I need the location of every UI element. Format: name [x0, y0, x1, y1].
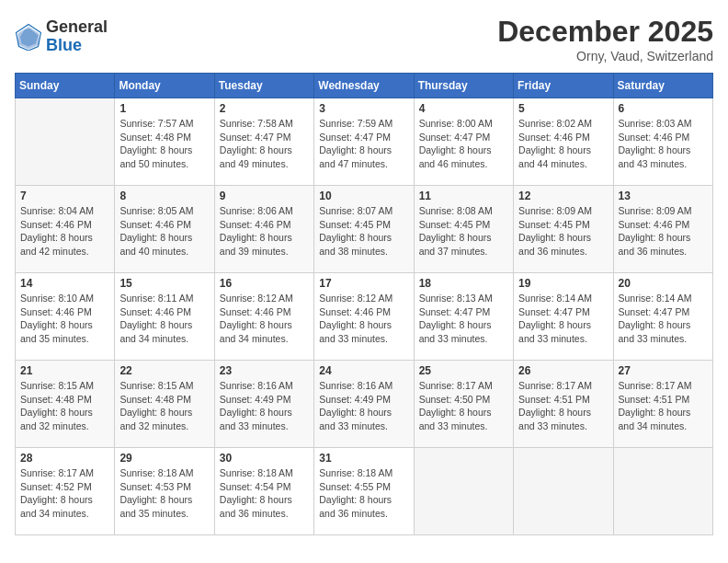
calendar-cell: 30Sunrise: 8:18 AMSunset: 4:54 PMDayligh…: [214, 448, 313, 535]
calendar-cell: [16, 98, 115, 186]
day-number: 21: [20, 364, 109, 377]
calendar-cell: 27Sunrise: 8:17 AMSunset: 4:51 PMDayligh…: [613, 361, 712, 448]
title-area: December 2025 Orny, Vaud, Switzerland: [497, 15, 713, 63]
calendar-week-4: 21Sunrise: 8:15 AMSunset: 4:48 PMDayligh…: [16, 361, 713, 448]
day-info: Sunrise: 8:18 AMSunset: 4:53 PMDaylight:…: [119, 466, 209, 521]
calendar-cell: 3Sunrise: 7:59 AMSunset: 4:47 PMDaylight…: [314, 98, 414, 186]
weekday-header-saturday: Saturday: [613, 74, 712, 98]
month-title: December 2025: [497, 15, 713, 49]
day-info: Sunrise: 8:06 AMSunset: 4:46 PMDaylight:…: [220, 204, 309, 259]
day-info: Sunrise: 8:18 AMSunset: 4:54 PMDaylight:…: [220, 466, 309, 521]
day-info: Sunrise: 8:07 AMSunset: 4:45 PMDaylight:…: [319, 204, 408, 259]
calendar-cell: 11Sunrise: 8:08 AMSunset: 4:45 PMDayligh…: [414, 186, 513, 273]
day-info: Sunrise: 8:11 AMSunset: 4:46 PMDaylight:…: [119, 292, 209, 346]
calendar-cell: 26Sunrise: 8:17 AMSunset: 4:51 PMDayligh…: [514, 361, 613, 448]
calendar-cell: 25Sunrise: 8:17 AMSunset: 4:50 PMDayligh…: [414, 361, 513, 448]
calendar-cell: 14Sunrise: 8:10 AMSunset: 4:46 PMDayligh…: [16, 273, 115, 361]
logo-blue: Blue: [46, 37, 108, 55]
day-info: Sunrise: 8:05 AMSunset: 4:46 PMDaylight:…: [119, 204, 209, 259]
day-info: Sunrise: 7:58 AMSunset: 4:47 PMDaylight:…: [220, 117, 309, 171]
day-info: Sunrise: 8:09 AMSunset: 4:45 PMDaylight:…: [518, 204, 608, 259]
day-info: Sunrise: 8:13 AMSunset: 4:47 PMDaylight:…: [419, 292, 508, 346]
day-info: Sunrise: 8:02 AMSunset: 4:46 PMDaylight:…: [518, 117, 608, 171]
calendar-cell: 8Sunrise: 8:05 AMSunset: 4:46 PMDaylight…: [115, 186, 214, 273]
calendar-cell: 20Sunrise: 8:14 AMSunset: 4:47 PMDayligh…: [613, 273, 712, 361]
day-number: 4: [419, 102, 508, 115]
day-number: 11: [419, 190, 508, 202]
weekday-header-monday: Monday: [115, 74, 214, 98]
calendar-cell: 16Sunrise: 8:12 AMSunset: 4:46 PMDayligh…: [214, 273, 313, 361]
day-info: Sunrise: 8:16 AMSunset: 4:49 PMDaylight:…: [220, 379, 309, 433]
calendar-cell: 6Sunrise: 8:03 AMSunset: 4:46 PMDaylight…: [613, 98, 712, 186]
weekday-header-tuesday: Tuesday: [214, 74, 313, 98]
logo-icon: [15, 23, 42, 51]
calendar-week-5: 28Sunrise: 8:17 AMSunset: 4:52 PMDayligh…: [16, 448, 713, 535]
day-number: 26: [518, 364, 608, 377]
calendar-cell: 31Sunrise: 8:18 AMSunset: 4:55 PMDayligh…: [314, 448, 414, 535]
day-info: Sunrise: 8:00 AMSunset: 4:47 PMDaylight:…: [419, 117, 508, 171]
calendar-cell: 13Sunrise: 8:09 AMSunset: 4:46 PMDayligh…: [613, 186, 712, 273]
calendar-cell: 24Sunrise: 8:16 AMSunset: 4:49 PMDayligh…: [314, 361, 414, 448]
day-info: Sunrise: 7:59 AMSunset: 4:47 PMDaylight:…: [319, 117, 408, 171]
day-info: Sunrise: 8:15 AMSunset: 4:48 PMDaylight:…: [119, 379, 209, 433]
day-info: Sunrise: 8:15 AMSunset: 4:48 PMDaylight:…: [20, 379, 109, 433]
calendar-week-3: 14Sunrise: 8:10 AMSunset: 4:46 PMDayligh…: [16, 273, 713, 361]
day-info: Sunrise: 8:17 AMSunset: 4:51 PMDaylight:…: [518, 379, 608, 433]
day-number: 30: [220, 452, 309, 465]
page-header: General Blue December 2025 Orny, Vaud, S…: [15, 15, 713, 63]
day-info: Sunrise: 8:17 AMSunset: 4:51 PMDaylight:…: [619, 379, 708, 433]
calendar-week-2: 7Sunrise: 8:04 AMSunset: 4:46 PMDaylight…: [16, 186, 713, 273]
calendar-cell: 23Sunrise: 8:16 AMSunset: 4:49 PMDayligh…: [214, 361, 313, 448]
calendar-cell: 15Sunrise: 8:11 AMSunset: 4:46 PMDayligh…: [115, 273, 214, 361]
day-info: Sunrise: 8:17 AMSunset: 4:50 PMDaylight:…: [419, 379, 508, 433]
day-number: 8: [119, 190, 209, 202]
day-number: 29: [119, 452, 209, 465]
day-info: Sunrise: 8:08 AMSunset: 4:45 PMDaylight:…: [419, 204, 508, 259]
calendar-cell: 10Sunrise: 8:07 AMSunset: 4:45 PMDayligh…: [314, 186, 414, 273]
calendar-cell: 21Sunrise: 8:15 AMSunset: 4:48 PMDayligh…: [16, 361, 115, 448]
day-number: 23: [220, 364, 309, 377]
day-number: 19: [518, 277, 608, 290]
day-number: 10: [319, 190, 408, 202]
logo: General Blue: [15, 18, 108, 55]
day-info: Sunrise: 8:12 AMSunset: 4:46 PMDaylight:…: [319, 292, 408, 346]
logo-text: General Blue: [46, 18, 108, 55]
day-number: 6: [619, 102, 708, 115]
calendar-cell: 12Sunrise: 8:09 AMSunset: 4:45 PMDayligh…: [514, 186, 613, 273]
calendar-cell: [514, 448, 613, 535]
day-info: Sunrise: 8:14 AMSunset: 4:47 PMDaylight:…: [518, 292, 608, 346]
weekday-header-wednesday: Wednesday: [314, 74, 414, 98]
day-info: Sunrise: 8:12 AMSunset: 4:46 PMDaylight:…: [220, 292, 309, 346]
day-info: Sunrise: 8:10 AMSunset: 4:46 PMDaylight:…: [20, 292, 109, 346]
calendar-cell: 9Sunrise: 8:06 AMSunset: 4:46 PMDaylight…: [214, 186, 313, 273]
day-info: Sunrise: 8:14 AMSunset: 4:47 PMDaylight:…: [619, 292, 708, 346]
logo-general: General: [46, 18, 108, 37]
weekday-header-thursday: Thursday: [414, 74, 513, 98]
calendar-cell: 29Sunrise: 8:18 AMSunset: 4:53 PMDayligh…: [115, 448, 214, 535]
calendar-week-1: 1Sunrise: 7:57 AMSunset: 4:48 PMDaylight…: [16, 98, 713, 186]
calendar-cell: 4Sunrise: 8:00 AMSunset: 4:47 PMDaylight…: [414, 98, 513, 186]
calendar-cell: 5Sunrise: 8:02 AMSunset: 4:46 PMDaylight…: [514, 98, 613, 186]
day-number: 13: [619, 190, 708, 202]
calendar-cell: 18Sunrise: 8:13 AMSunset: 4:47 PMDayligh…: [414, 273, 513, 361]
calendar-cell: 19Sunrise: 8:14 AMSunset: 4:47 PMDayligh…: [514, 273, 613, 361]
calendar-cell: 22Sunrise: 8:15 AMSunset: 4:48 PMDayligh…: [115, 361, 214, 448]
calendar-cell: 1Sunrise: 7:57 AMSunset: 4:48 PMDaylight…: [115, 98, 214, 186]
day-info: Sunrise: 8:17 AMSunset: 4:52 PMDaylight:…: [20, 466, 109, 521]
weekday-header-friday: Friday: [514, 74, 613, 98]
calendar-cell: 7Sunrise: 8:04 AMSunset: 4:46 PMDaylight…: [16, 186, 115, 273]
calendar-cell: [414, 448, 513, 535]
day-number: 7: [20, 190, 109, 202]
calendar-cell: 2Sunrise: 7:58 AMSunset: 4:47 PMDaylight…: [214, 98, 313, 186]
day-number: 24: [319, 364, 408, 377]
day-number: 15: [119, 277, 209, 290]
day-info: Sunrise: 7:57 AMSunset: 4:48 PMDaylight:…: [119, 117, 209, 171]
day-number: 5: [518, 102, 608, 115]
day-number: 16: [220, 277, 309, 290]
day-number: 9: [220, 190, 309, 202]
day-number: 20: [619, 277, 708, 290]
day-number: 27: [619, 364, 708, 377]
day-number: 2: [220, 102, 309, 115]
calendar-header-row: SundayMondayTuesdayWednesdayThursdayFrid…: [16, 74, 713, 98]
calendar-table: SundayMondayTuesdayWednesdayThursdayFrid…: [15, 73, 713, 535]
